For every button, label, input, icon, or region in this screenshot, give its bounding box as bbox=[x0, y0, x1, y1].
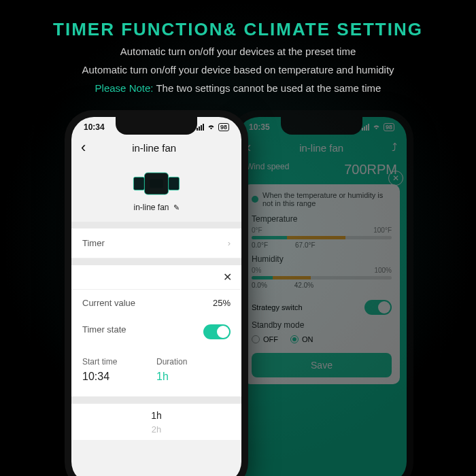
signal-icon bbox=[197, 124, 204, 131]
notch bbox=[116, 117, 197, 135]
hum-lo: 0.0% bbox=[252, 282, 267, 289]
page-title: in-line fan bbox=[86, 142, 222, 154]
timer-state-row: Timer state bbox=[71, 316, 241, 347]
notch bbox=[281, 117, 362, 135]
duration-value: 1h bbox=[156, 371, 231, 383]
hum-hi: 42.0% bbox=[294, 282, 313, 289]
back-icon[interactable]: ‹ bbox=[81, 139, 86, 156]
close-icon[interactable]: ✕ bbox=[388, 171, 403, 186]
temperature-label: Temperature bbox=[252, 214, 392, 224]
page-title: in-line fan bbox=[251, 142, 392, 154]
radio-on-icon bbox=[290, 335, 299, 343]
phone-timer: 10:34 98 ‹ in-line fan in-line fan ✎ bbox=[65, 110, 248, 476]
wifi-icon bbox=[207, 124, 216, 131]
svg-rect-0 bbox=[133, 177, 144, 190]
condition-row[interactable]: When the temperature or humidity is not … bbox=[252, 191, 392, 207]
radio-on-icon bbox=[252, 196, 258, 203]
status-time: 10:34 bbox=[84, 122, 105, 132]
nav-bar: ‹ in-line fan ⤴ bbox=[237, 135, 407, 160]
timer-state-toggle[interactable] bbox=[203, 324, 231, 339]
phone-climate: 10:35 98 ‹ in-line fan ⤴ Wind speed 700R… bbox=[230, 110, 413, 476]
svg-rect-3 bbox=[150, 180, 163, 188]
device-name-row[interactable]: in-line fan ✎ bbox=[71, 203, 241, 222]
standby-on-option[interactable]: ON bbox=[290, 335, 313, 343]
note-line: Please Note: The two settings cannot be … bbox=[14, 81, 462, 95]
save-button[interactable]: Save bbox=[252, 353, 392, 377]
note-prefix: Please Note: bbox=[95, 82, 154, 94]
subtitle-2: Automatic turn on/off your device based … bbox=[14, 63, 462, 77]
marketing-header: TIMER FUNCTION& CLIMATE SETTING Automati… bbox=[0, 0, 476, 103]
phones-container: 10:35 98 ‹ in-line fan ⤴ Wind speed 700R… bbox=[0, 103, 476, 471]
picker-option: 2h bbox=[71, 423, 241, 436]
battery-icon: 98 bbox=[384, 123, 394, 131]
humidity-label: Humidity bbox=[252, 254, 392, 264]
subtitle-1: Automatic turn on/off your devices at th… bbox=[14, 44, 462, 58]
standby-off-option[interactable]: OFF bbox=[252, 335, 278, 343]
timer-state-label: Timer state bbox=[82, 324, 126, 339]
main-title: TIMER FUNCTION& CLIMATE SETTING bbox=[14, 19, 462, 40]
humidity-slider[interactable] bbox=[252, 276, 392, 279]
current-value-row: Current value 25% bbox=[71, 290, 241, 316]
temp-min: 0°F bbox=[252, 226, 262, 234]
temp-lo: 0.0°F bbox=[252, 241, 268, 249]
share-icon[interactable]: ⤴ bbox=[392, 141, 397, 154]
duration-field[interactable]: Duration 1h bbox=[156, 357, 231, 383]
climate-panel: ✕ When the temperature or humidity is no… bbox=[243, 184, 400, 384]
chevron-right-icon: › bbox=[228, 238, 231, 248]
current-value: 25% bbox=[213, 298, 231, 308]
status-time: 10:35 bbox=[249, 122, 270, 132]
time-duration-row: Start time 10:34 Duration 1h bbox=[71, 347, 241, 396]
strategy-label: Strategy switch bbox=[252, 303, 303, 311]
temperature-slider[interactable] bbox=[252, 236, 392, 239]
nav-bar: ‹ in-line fan bbox=[71, 135, 241, 160]
device-name: in-line fan bbox=[133, 203, 169, 212]
current-value-label: Current value bbox=[82, 298, 135, 308]
temp-max: 100°F bbox=[373, 226, 392, 234]
wifi-icon bbox=[372, 124, 381, 131]
start-time-field[interactable]: Start time 10:34 bbox=[82, 357, 156, 383]
strategy-toggle[interactable] bbox=[364, 300, 392, 315]
standby-label: Standby mode bbox=[252, 320, 392, 330]
radio-off-icon bbox=[252, 335, 260, 343]
close-icon: ✕ bbox=[223, 271, 232, 284]
signal-icon bbox=[362, 124, 369, 131]
edit-icon[interactable]: ✎ bbox=[173, 203, 180, 212]
device-image bbox=[71, 160, 241, 203]
timer-row[interactable]: Timer › bbox=[71, 228, 241, 258]
condition-text: When the temperature or humidity is not … bbox=[262, 191, 392, 207]
battery-icon: 98 bbox=[218, 123, 229, 131]
duration-picker[interactable]: 1h 2h bbox=[71, 403, 241, 440]
start-time-value: 10:34 bbox=[82, 371, 156, 383]
hum-max: 100% bbox=[374, 267, 392, 274]
note-text: The two settings cannot be used at the s… bbox=[153, 82, 381, 94]
temp-hi: 67.0°F bbox=[295, 241, 316, 249]
speed-block: Wind speed 700RPM bbox=[237, 160, 407, 182]
speed-label: Wind speed bbox=[246, 162, 289, 177]
hum-min: 0% bbox=[252, 267, 261, 274]
picker-selected: 1h bbox=[71, 408, 241, 423]
svg-rect-1 bbox=[169, 177, 180, 190]
close-sheet[interactable]: ✕ bbox=[71, 265, 241, 290]
